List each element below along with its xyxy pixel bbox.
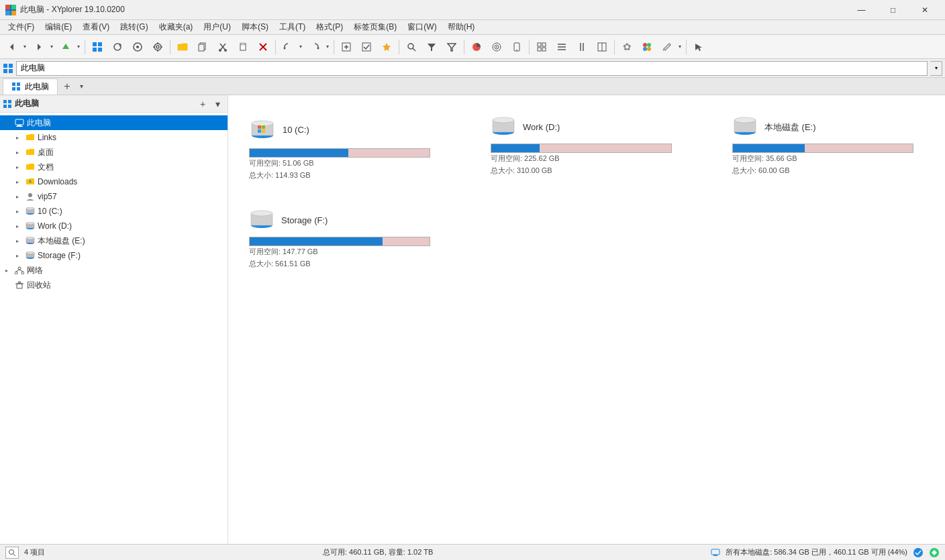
- color-button[interactable]: [638, 38, 656, 56]
- drive-f-icon: [26, 251, 35, 260]
- paste-button[interactable]: [234, 38, 252, 56]
- address-input[interactable]: [16, 61, 928, 76]
- sidebar-item-drive-e[interactable]: ▸ 本地磁盘 (E:): [0, 233, 228, 248]
- pie-chart-button[interactable]: [467, 38, 486, 56]
- mobile-button[interactable]: [507, 38, 526, 56]
- tab-this-pc[interactable]: 此电脑: [3, 78, 58, 95]
- copy-button[interactable]: [193, 38, 212, 56]
- search-button[interactable]: [402, 38, 421, 56]
- sidebar-item-this-pc[interactable]: ▾ 此电脑: [0, 115, 228, 130]
- menu-tabset[interactable]: 标签页集(B): [348, 20, 402, 34]
- status-drive-icon: [711, 548, 720, 557]
- panel-button[interactable]: [593, 38, 611, 56]
- redo-dropdown[interactable]: ▾: [324, 38, 331, 56]
- grid-view-button[interactable]: [532, 38, 551, 56]
- delete-button[interactable]: [254, 38, 272, 56]
- drive-card-e[interactable]: 本地磁盘 (E:) 可用空间: 35.66 GB 总大小: 60.00 GB: [725, 109, 945, 188]
- cut-button[interactable]: [213, 38, 232, 56]
- tab-add-button[interactable]: +: [59, 78, 75, 95]
- menu-window[interactable]: 窗口(W): [402, 20, 442, 34]
- home-button[interactable]: [88, 38, 107, 56]
- tab-list-dropdown[interactable]: ▾: [75, 78, 87, 95]
- sidebar-add-button[interactable]: +: [195, 97, 210, 111]
- svg-point-14: [154, 44, 161, 50]
- filter-button[interactable]: [422, 38, 441, 56]
- list-view-button[interactable]: [552, 38, 571, 56]
- menu-format[interactable]: 格式(P): [311, 20, 348, 34]
- svg-marker-31: [317, 48, 319, 50]
- drive-card-f[interactable]: Storage (F:) 可用空间: 147.77 GB 总大小: 561.51…: [242, 202, 470, 277]
- svg-rect-65: [9, 64, 13, 68]
- up-button[interactable]: [56, 38, 75, 56]
- menu-view[interactable]: 查看(V): [77, 20, 115, 34]
- forward-button[interactable]: [30, 38, 48, 56]
- sidebar-item-desktop[interactable]: ▸ 桌面: [0, 145, 228, 160]
- sidebar-item-vip57[interactable]: ▸ vip57: [0, 189, 228, 204]
- main-area: 此电脑 + ▾ ▾ 此电脑 ▸ Links ▸ 桌面: [0, 95, 945, 544]
- sep8: [614, 40, 615, 54]
- drive-f-free: 可用空间: 147.77 GB: [249, 246, 462, 258]
- sidebar-drive-f-label: Storage (F:): [38, 251, 81, 260]
- undo-button[interactable]: [279, 38, 297, 56]
- sidebar-item-downloads[interactable]: ▸ Downloads: [0, 174, 228, 189]
- back-button[interactable]: [3, 38, 21, 56]
- menu-file[interactable]: 文件(F): [3, 20, 40, 34]
- svg-rect-70: [12, 87, 15, 91]
- sidebar-item-drive-d[interactable]: ▸ Work (D:): [0, 219, 228, 233]
- svg-point-125: [913, 548, 923, 557]
- sidebar-item-drive-c[interactable]: ▸ 10 (C:): [0, 204, 228, 219]
- menu-edit[interactable]: 编辑(E): [40, 20, 77, 34]
- drive-card-c[interactable]: 10 (C:) 可用空间: 51.06 GB 总大小: 114.93 GB: [242, 109, 470, 188]
- undo-dropdown[interactable]: ▾: [297, 38, 304, 56]
- sidebar-item-drive-f[interactable]: ▸ Storage (F:): [0, 248, 228, 263]
- drive-e-total: 总大小: 60.00 GB: [732, 165, 945, 177]
- undo-group: ▾: [279, 38, 304, 56]
- newfolder-button[interactable]: [173, 38, 192, 56]
- back-dropdown[interactable]: ▾: [21, 38, 28, 56]
- pencil-dropdown[interactable]: ▾: [677, 38, 683, 56]
- svg-point-59: [647, 43, 651, 47]
- refresh-button[interactable]: [108, 38, 127, 56]
- title-bar-left: 此电脑 - XYplorer 19.10.0200: [5, 4, 125, 15]
- address-bar: ▾: [0, 59, 945, 78]
- cursor-button[interactable]: [689, 38, 708, 56]
- desktop-folder-icon: [26, 148, 35, 156]
- sidebar-item-documents[interactable]: ▸ 文档: [0, 160, 228, 174]
- sidebar-item-recycle[interactable]: ▸ 回收站: [0, 278, 228, 292]
- filter-advanced-button[interactable]: [442, 38, 461, 56]
- columns-button[interactable]: [573, 38, 591, 56]
- menu-help[interactable]: 帮助(H): [442, 20, 481, 34]
- drive-c-bar-used: [250, 149, 348, 157]
- sidebar-item-network[interactable]: ▸ 网络: [0, 263, 228, 278]
- svg-point-117: [734, 117, 756, 123]
- check-button[interactable]: [357, 38, 376, 56]
- svg-rect-21: [199, 44, 204, 51]
- menu-user[interactable]: 用户(U): [198, 20, 236, 34]
- menu-go[interactable]: 跳转(G): [115, 20, 153, 34]
- newfile-button[interactable]: [337, 38, 356, 56]
- minimize-button[interactable]: —: [846, 0, 877, 20]
- sidebar-item-links[interactable]: ▸ Links: [0, 130, 228, 145]
- drive-card-d[interactable]: Work (D:) 可用空间: 225.62 GB 总大小: 310.00 GB: [483, 109, 711, 188]
- sidebar-dropdown-button[interactable]: ▾: [210, 97, 225, 111]
- close-button[interactable]: ✕: [909, 0, 940, 20]
- browse-history-button[interactable]: [128, 38, 147, 56]
- menu-tools[interactable]: 工具(T): [274, 20, 311, 34]
- pencil-button[interactable]: [658, 38, 677, 56]
- menu-script[interactable]: 脚本(S): [236, 20, 274, 34]
- status-bar: 4 项目 总可用: 460.11 GB, 容量: 1.02 TB 所有本地磁盘:…: [0, 544, 945, 560]
- svg-rect-104: [18, 282, 21, 283]
- target-button[interactable]: [487, 38, 506, 56]
- tag-button[interactable]: ✿: [617, 38, 636, 56]
- locate-button[interactable]: [148, 38, 167, 56]
- menu-favorites[interactable]: 收藏夹(a): [154, 20, 199, 34]
- status-search-icon[interactable]: [5, 547, 19, 559]
- star-button[interactable]: [377, 38, 396, 56]
- up-dropdown[interactable]: ▾: [75, 38, 82, 56]
- address-dropdown[interactable]: ▾: [930, 61, 942, 76]
- svg-rect-27: [241, 43, 245, 45]
- drive-d-icon: [491, 116, 516, 138]
- forward-dropdown[interactable]: ▾: [48, 38, 55, 56]
- maximize-button[interactable]: □: [878, 0, 908, 20]
- redo-button[interactable]: [305, 38, 324, 56]
